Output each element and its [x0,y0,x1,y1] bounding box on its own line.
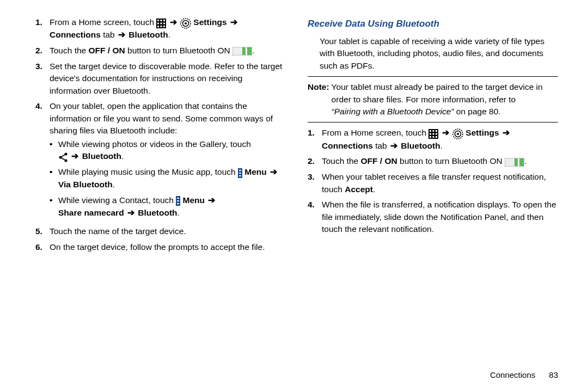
step-3-right: 3. When your tablet receives a file tran… [308,171,558,195]
toggle-on-icon [232,45,252,57]
arrow-icon: ➔ [389,141,399,150]
step-number: 5. [35,225,50,237]
step-1-left: 1. From a Home screen, touch ➔ Settings … [35,16,286,41]
settings-label: Settings [193,17,226,27]
apps-grid-icon [156,17,166,29]
arrow-icon: ➔ [269,167,278,176]
bullet-gallery: • While viewing photos or videos in the … [50,138,286,163]
step-4-bullets: • While viewing photos or videos in the … [50,138,286,219]
bluetooth-label: Bluetooth [128,30,168,39]
step-number: 3. [35,60,50,97]
step-2-right: 2. Touch the OFF / ON button to turn Blu… [308,155,558,168]
arrow-icon: ➔ [126,208,136,217]
footer-page-number: 83 [549,370,558,379]
bullet-music: • While playing music using the Music ap… [50,166,286,191]
arrow-icon: ➔ [207,195,216,205]
step-1-right: 1. From a Home screen, touch ➔ Settings … [308,127,558,152]
arrow-icon: ➔ [441,128,450,137]
step-6-left: 6. On the target device, follow the prom… [35,241,286,253]
step-4-left: 4. On your tablet, open the application … [35,100,286,222]
gear-icon [180,17,191,29]
step-number: 4. [308,199,322,235]
right-steps-list: 1. From a Home screen, touch ➔ Settings … [308,127,558,235]
note-label: Note: [308,81,332,118]
step-number: 6. [35,241,50,253]
step-number: 2. [35,45,50,57]
connections-label: Connections [50,30,101,39]
bullet-contact: • While viewing a Contact, touch Menu ➔ … [50,194,286,219]
divider [308,122,558,122]
divider [308,76,558,77]
arrow-icon: ➔ [501,128,511,137]
menu-icon [238,167,242,179]
left-steps-list: 1. From a Home screen, touch ➔ Settings … [35,16,286,253]
arrow-icon: ➔ [70,151,79,161]
gear-icon [452,127,463,139]
intro-text: Your tablet is capable of receiving a wi… [320,35,558,72]
share-icon [58,151,68,163]
step-number: 2. [308,155,322,168]
step-2-left: 2. Touch the OFF / ON button to turn Blu… [35,45,286,57]
arrow-icon: ➔ [117,30,126,39]
footer-section: Connections [490,370,535,379]
step-number: 1. [35,16,50,41]
note-reference: “Pairing with a Bluetooth Device” [332,107,454,116]
menu-icon [176,194,180,206]
note-block: Note: Your tablet must already be paired… [308,81,558,118]
step-number: 3. [308,171,322,195]
right-column: Receive Data Using Bluetooth Your tablet… [308,16,558,364]
arrow-icon: ➔ [169,17,178,27]
arrow-icon: ➔ [229,17,238,27]
step-3-left: 3. Set the target device to discoverable… [35,60,286,97]
step-number: 4. [35,100,50,222]
step-5-left: 5. Touch the name of the target device. [35,225,286,237]
page-footer: Connections 83 [35,364,558,381]
step-4-right: 4. When the file is transferred, a notif… [308,199,558,235]
step-text: From a Home screen, touch [50,17,156,27]
left-column: 1. From a Home screen, touch ➔ Settings … [35,16,286,364]
section-title: Receive Data Using Bluetooth [308,17,558,31]
step-number: 1. [308,127,322,152]
apps-grid-icon [428,127,438,139]
toggle-on-icon [505,156,524,168]
